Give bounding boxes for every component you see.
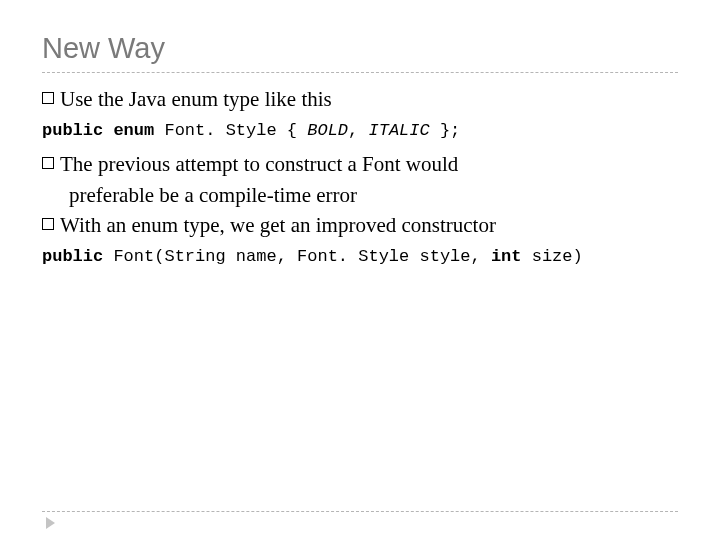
footer-divider — [42, 511, 678, 512]
title-divider — [42, 72, 678, 73]
bullet-3: With an enum type, we get an improved co… — [42, 211, 678, 239]
square-bullet-icon — [42, 92, 54, 104]
kw-enum: enum — [113, 121, 154, 140]
bullet-1: Use the Java enum type like this — [42, 85, 678, 113]
code-line-1: public enum Font. Style { BOLD, ITALIC }… — [42, 121, 678, 140]
square-bullet-icon — [42, 157, 54, 169]
code1-pre: Font. Style { — [154, 121, 307, 140]
bullet-2-cont-text: preferable be a compile-time error — [69, 181, 357, 209]
bullet-1-text: Use the Java enum type like this — [60, 85, 332, 113]
enum-bold: BOLD — [307, 121, 348, 140]
code-line-2: public Font(String name, Font. Style sty… — [42, 247, 678, 266]
code1-sep: , — [348, 121, 368, 140]
code1-post: }; — [430, 121, 461, 140]
bullet-3-text: With an enum type, we get an improved co… — [60, 211, 496, 239]
enum-italic: ITALIC — [368, 121, 429, 140]
play-icon — [46, 517, 55, 529]
kw-int: int — [491, 247, 522, 266]
code2-mid1: Font(String name, Font. Style style, — [113, 247, 490, 266]
slide-title: New Way — [42, 32, 678, 65]
kw-public: public — [42, 121, 113, 140]
bullet-2-text: The previous attempt to construct a Font… — [60, 150, 458, 178]
code2-mid2: size) — [522, 247, 583, 266]
kw-public2: public — [42, 247, 113, 266]
bullet-2: The previous attempt to construct a Font… — [42, 150, 678, 178]
square-bullet-icon — [42, 218, 54, 230]
bullet-2-continuation: preferable be a compile-time error — [42, 181, 678, 209]
